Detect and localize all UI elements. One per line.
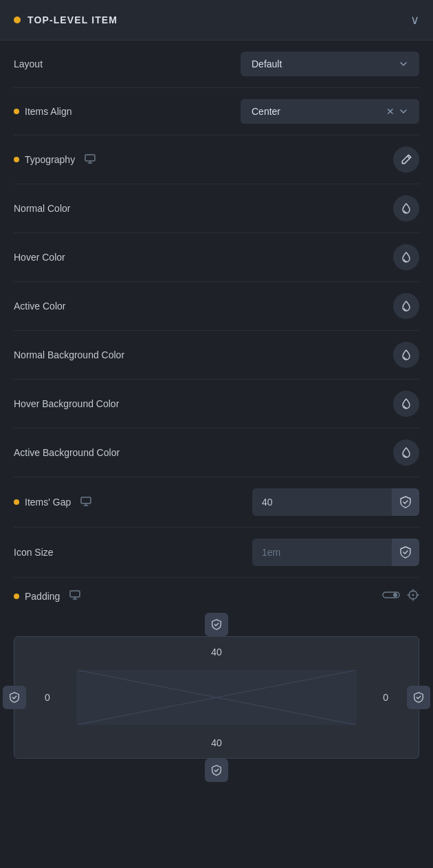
items-align-row: Items Align Center ✕ [14, 88, 419, 135]
padding-left-value[interactable]: 0 [31, 692, 64, 703]
droplet-icon [400, 446, 412, 459]
active-bg-color-row: Active Background Color [14, 428, 419, 477]
padding-header-left: Padding [14, 590, 80, 602]
padding-top-value[interactable]: 40 [14, 637, 419, 667]
padding-section: Padding [14, 578, 419, 796]
normal-color-row: Normal Color [14, 184, 419, 233]
active-color-row: Active Color [14, 282, 419, 331]
svg-rect-2 [70, 591, 80, 597]
diagonal-lines [76, 670, 357, 725]
svg-point-4 [393, 593, 397, 597]
normal-bg-color-row: Normal Background Color [14, 331, 419, 380]
padding-center-area [76, 670, 357, 725]
icon-size-shield-button[interactable] [392, 539, 419, 566]
items-align-select-icons: ✕ [386, 106, 408, 117]
items-gap-shield-button[interactable] [392, 488, 419, 516]
items-gap-label: Items' Gap [25, 497, 71, 508]
typography-edit-button[interactable] [393, 147, 419, 173]
items-align-label-wrap: Items Align [14, 106, 71, 117]
close-icon[interactable]: ✕ [386, 106, 395, 117]
padding-top-shield-wrap [14, 613, 419, 636]
active-bg-color-label: Active Background Color [14, 447, 120, 458]
padding-bullet [14, 594, 19, 599]
shield-icon [210, 764, 223, 777]
svg-rect-1 [81, 497, 91, 503]
hover-bg-color-button[interactable] [393, 391, 419, 417]
items-gap-input[interactable] [252, 490, 392, 514]
padding-right-value[interactable]: 0 [369, 692, 402, 703]
padding-right-shield-button[interactable] [407, 686, 430, 709]
settings-panel: Layout Default Items Align Center ✕ [0, 41, 433, 796]
typography-row: Typography [14, 135, 419, 184]
header-left: TOP-LEVEL ITEM [14, 14, 118, 25]
padding-bottom-row: 40 [14, 728, 419, 758]
padding-top-row: 40 [14, 637, 419, 667]
section-header[interactable]: TOP-LEVEL ITEM ∨ [0, 0, 433, 41]
active-color-button[interactable] [393, 293, 419, 319]
hover-color-label: Hover Color [14, 252, 65, 263]
icon-size-input[interactable] [252, 540, 392, 565]
shield-icon [412, 691, 425, 704]
pencil-icon [400, 153, 412, 166]
items-gap-row: Items' Gap [14, 477, 419, 528]
chevron-down-icon[interactable]: ∨ [410, 12, 419, 28]
chevron-down-icon [399, 107, 408, 116]
padding-device-icon [69, 590, 80, 602]
items-align-select[interactable]: Center ✕ [241, 99, 419, 124]
padding-right-shield-wrap [407, 686, 430, 709]
icon-size-row: Icon Size [14, 528, 419, 578]
items-gap-bullet [14, 499, 19, 505]
icon-size-label: Icon Size [14, 547, 54, 558]
items-align-bullet [14, 109, 19, 114]
items-gap-input-box[interactable] [252, 488, 419, 516]
padding-header-right [382, 589, 419, 603]
target-icon[interactable] [407, 589, 419, 603]
typography-label-wrap: Typography [14, 154, 96, 166]
typography-bullet [14, 157, 19, 162]
active-bg-color-button[interactable] [393, 440, 419, 466]
padding-right-col: 0 [359, 667, 419, 728]
items-align-value: Center [252, 106, 280, 117]
droplet-icon [400, 300, 412, 312]
droplet-icon [400, 202, 412, 215]
shield-icon [399, 495, 412, 509]
padding-bottom-shield-wrap [14, 759, 419, 782]
padding-left-shield-button[interactable] [3, 686, 26, 709]
typography-device-icon [85, 154, 96, 166]
padding-box-wrap: 40 [14, 613, 419, 782]
padding-outer-box: 40 [14, 636, 419, 759]
normal-bg-color-button[interactable] [393, 342, 419, 368]
normal-color-button[interactable] [393, 195, 419, 221]
padding-middle-row: 0 0 [14, 667, 419, 728]
hover-bg-color-row: Hover Background Color [14, 380, 419, 428]
chevron-down-icon [399, 59, 408, 69]
shield-icon [210, 618, 223, 631]
layout-label: Layout [14, 58, 43, 69]
normal-bg-color-label: Normal Background Color [14, 349, 124, 360]
droplet-icon [400, 349, 412, 361]
svg-point-10 [412, 594, 414, 596]
padding-top-shield-button[interactable] [205, 613, 228, 636]
typography-label: Typography [25, 154, 75, 165]
items-gap-device-icon [80, 497, 91, 508]
section-title: TOP-LEVEL ITEM [27, 14, 118, 25]
header-dot [14, 17, 21, 23]
padding-bottom-shield-button[interactable] [205, 759, 228, 782]
padding-bottom-value[interactable]: 40 [14, 728, 419, 758]
icon-size-input-box[interactable] [252, 539, 419, 566]
svg-rect-0 [85, 155, 95, 161]
padding-label: Padding [25, 591, 60, 602]
items-gap-label-wrap: Items' Gap [14, 497, 91, 508]
padding-left-col: 0 [14, 667, 74, 728]
padding-left-shield-wrap [3, 686, 26, 709]
layout-select-icons [399, 59, 408, 69]
link-toggle-icon[interactable] [382, 589, 400, 603]
layout-select[interactable]: Default [241, 52, 419, 76]
padding-header: Padding [14, 589, 419, 603]
droplet-icon [400, 251, 412, 263]
normal-color-label: Normal Color [14, 203, 70, 214]
items-align-label: Items Align [25, 106, 71, 117]
shield-icon [8, 691, 21, 704]
hover-color-row: Hover Color [14, 233, 419, 282]
hover-color-button[interactable] [393, 244, 419, 270]
